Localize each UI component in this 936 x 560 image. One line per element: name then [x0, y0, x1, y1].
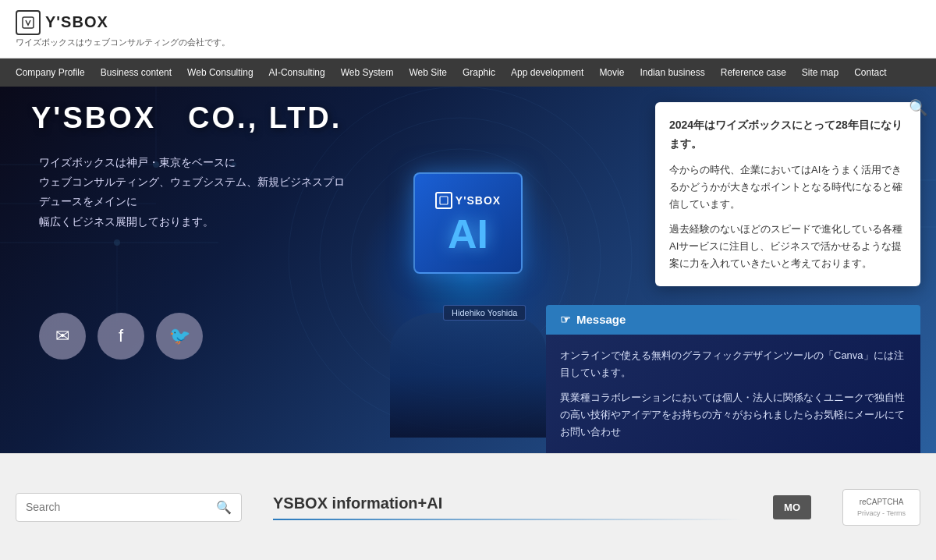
main-nav: Company Profile Business content Web Con… — [0, 58, 936, 87]
info-underline — [273, 519, 742, 520]
nav-item-company-profile[interactable]: Company Profile — [8, 58, 93, 87]
svg-rect-16 — [440, 197, 448, 204]
message-header: ☞ Message — [546, 305, 920, 335]
svg-rect-0 — [23, 17, 34, 28]
ai-chip: Y'SBOX AI — [413, 172, 523, 274]
logo-text: Y'SBOX — [45, 13, 108, 31]
nav-item-reference-case[interactable]: Reference case — [713, 58, 794, 87]
nav-item-movie[interactable]: Movie — [591, 58, 632, 87]
recaptcha-container: reCAPTCHA Privacy - Terms — [842, 489, 920, 526]
message-content: オンラインで使える無料のグラフィックデザインツールの「Canva」には注目してい… — [546, 335, 920, 453]
svg-point-12 — [114, 239, 120, 246]
message-hand-icon: ☞ — [560, 313, 570, 327]
message-header-text: Message — [576, 313, 626, 326]
msg-line2: 異業種コラボレーションにおいては個人・法人に関係なくユニークで独自性の高い技術や… — [560, 389, 906, 441]
header: Y'SBOX ワイズボックスはウェブコンサルティングの会社です。 — [0, 0, 936, 58]
search-input[interactable] — [26, 501, 216, 513]
nav-item-graphic[interactable]: Graphic — [455, 58, 503, 87]
logo-subtitle: ワイズボックスはウェブコンサルティングの会社です。 — [16, 37, 230, 48]
nav-item-indian-business[interactable]: Indian business — [632, 58, 712, 87]
search-button[interactable]: 🔍 — [216, 500, 232, 515]
hero-description: ワイズボックスは神戸・東京をベースに ウェブコンサルティング、ウェブシステム、新… — [39, 153, 351, 232]
nav-item-web-system[interactable]: Web System — [333, 58, 402, 87]
ai-hand-shape — [390, 313, 546, 438]
hero-search-icon[interactable]: 🔍 — [909, 98, 928, 117]
logo-box[interactable]: Y'SBOX — [16, 10, 108, 35]
footer-bar: 🔍 YSBOX information+AI MO reCAPTCHA Priv… — [0, 453, 936, 560]
nav-item-ai-consulting[interactable]: AI-Consulting — [261, 58, 333, 87]
search-input-wrap: 🔍 — [16, 493, 242, 522]
ai-chip-logo: Y'SBOX — [435, 192, 501, 209]
twitter-icon[interactable]: 🐦 — [156, 313, 203, 360]
more-button[interactable]: MO — [773, 495, 811, 519]
nav-item-web-consulting[interactable]: Web Consulting — [179, 58, 261, 87]
ai-chip-logo-text: Y'SBOX — [456, 194, 501, 207]
recaptcha-subtext: Privacy - Terms — [857, 509, 906, 517]
search-section: 🔍 — [16, 493, 242, 522]
recaptcha-text: reCAPTCHA — [860, 498, 904, 506]
msg-line1: オンラインで使える無料のグラフィックデザインツールの「Canva」には注目してい… — [560, 347, 906, 381]
nav-item-app-development[interactable]: App development — [503, 58, 591, 87]
message-popup: 2024年はワイズボックスにとって28年目になります。 今からの時代、企業におい… — [655, 102, 920, 286]
hero-section: Y'SBOX CO., LTD. ワイズボックスは神戸・東京をベースに ウェブコ… — [0, 87, 936, 453]
message-section: ☞ Message オンラインで使える無料のグラフィックデザインツールの「Can… — [546, 305, 920, 453]
hero-title: Y'SBOX CO., LTD. — [31, 98, 342, 138]
popup-line3: 過去経験のないほどのスピードで進化している各種AIサービスに注目し、ビジネスで活… — [669, 221, 906, 272]
desc-line2: ウェブコンサルティング、ウェブシステム、新規ビジネスプロデュースをメインに — [39, 172, 351, 211]
info-title: YSBOX information+AI — [273, 494, 742, 512]
email-icon[interactable]: ✉ — [39, 313, 86, 360]
desc-line3: 幅広くビジネス展開しております。 — [39, 212, 351, 232]
info-section: YSBOX information+AI — [273, 494, 742, 520]
nav-item-site-map[interactable]: Site map — [794, 58, 846, 87]
ai-chip-ai-text: AI — [448, 214, 488, 254]
nav-item-web-site[interactable]: Web Site — [401, 58, 454, 87]
ai-hand-container — [370, 266, 566, 422]
logo-icon — [16, 10, 41, 35]
nav-item-contact[interactable]: Contact — [846, 58, 894, 87]
logo-container: Y'SBOX ワイズボックスはウェブコンサルティングの会社です。 — [16, 10, 230, 48]
social-icons: ✉ f 🐦 — [39, 313, 203, 360]
desc-line1: ワイズボックスは神戸・東京をベースに — [39, 153, 351, 172]
name-badge: Hidehiko Yoshida — [443, 305, 526, 321]
facebook-icon[interactable]: f — [98, 313, 144, 360]
nav-item-business-content[interactable]: Business content — [93, 58, 179, 87]
popup-line1: 2024年はワイズボックスにとって28年目になります。 — [669, 116, 906, 154]
popup-line2: 今からの時代、企業においてはAIをうまく活用できるかどうかが大きなポイントとなる… — [669, 161, 906, 213]
ai-chip-logo-box — [435, 192, 452, 209]
